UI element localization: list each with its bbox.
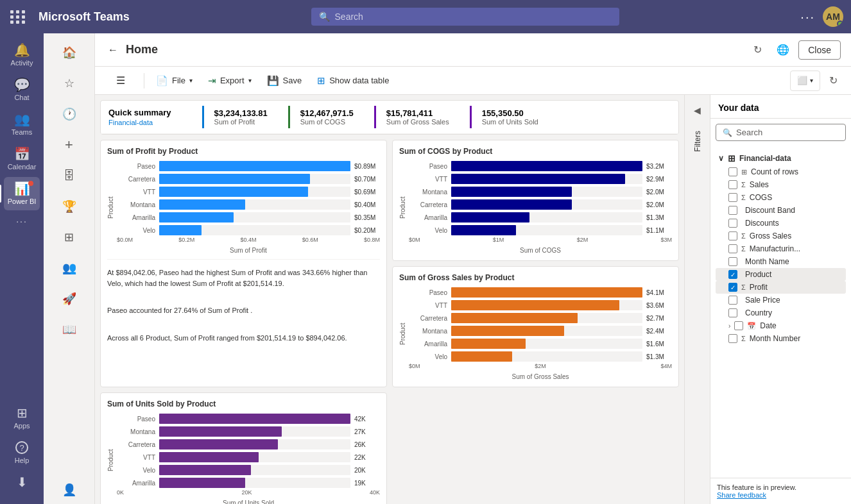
field-checkbox[interactable]: [728, 193, 737, 202]
sub-nav-grid[interactable]: ⊞: [51, 223, 87, 251]
data-search-input[interactable]: [736, 128, 844, 137]
bar-row: Amarilla$1.6M: [409, 339, 672, 349]
field-profit[interactable]: ✓ Σ Profit: [716, 281, 846, 294]
powerbi-icon: 📊: [14, 182, 30, 195]
filter-toggle-button[interactable]: ◀: [687, 100, 708, 121]
sidebar-item-help[interactable]: ? Help: [4, 436, 40, 469]
field-sales[interactable]: Σ Sales: [716, 178, 846, 191]
field-manufacturing[interactable]: Σ Manufacturin...: [716, 242, 846, 255]
bar-row: VTT$2.9M: [409, 174, 672, 184]
sidebar-item-download[interactable]: ⬇: [4, 471, 40, 494]
bar-row: VTT22K: [117, 452, 380, 462]
field-month-number[interactable]: Σ Month Number: [716, 332, 846, 345]
sub-nav-rocket[interactable]: 🚀: [51, 285, 87, 313]
bar-row: Paseo$4.1M: [409, 287, 672, 298]
back-button[interactable]: ←: [105, 42, 121, 58]
field-cogs[interactable]: Σ COGS: [716, 191, 846, 204]
notification-dot: [28, 181, 33, 186]
close-button[interactable]: Close: [798, 40, 841, 60]
save-button[interactable]: 💾 Save: [261, 71, 309, 91]
field-checkbox-checked[interactable]: ✓: [728, 283, 737, 292]
grid-icon[interactable]: [8, 8, 28, 26]
toolbar-refresh[interactable]: ↻: [823, 71, 843, 91]
field-country[interactable]: Country: [716, 307, 846, 319]
sidebar-item-activity[interactable]: 🔔 Activity: [4, 38, 40, 72]
field-checkbox[interactable]: [734, 321, 743, 330]
expand-arrow: ›: [728, 323, 730, 330]
field-checkbox[interactable]: [728, 231, 737, 240]
sub-nav-add[interactable]: +: [51, 131, 87, 159]
sidebar-item-apps[interactable]: ⊞ Apps: [4, 401, 40, 435]
cogs-x-label: Sum of COGS: [409, 247, 672, 254]
field-product[interactable]: ✓ Product: [716, 268, 846, 281]
sidebar-item-more[interactable]: ···: [4, 212, 40, 231]
report-panel: Quick summary Financial-data $3,234,133.…: [95, 95, 684, 504]
sub-nav-book[interactable]: 📖: [51, 315, 87, 344]
field-discounts[interactable]: Discounts: [716, 217, 846, 230]
view-icon: ⬜: [797, 76, 807, 85]
avatar[interactable]: AM: [823, 6, 843, 27]
data-panel-search[interactable]: 🔍: [716, 124, 846, 141]
left-sidebar: 🔔 Activity 💬 Chat 👥 Teams 📅 Calendar 📊 P…: [0, 33, 44, 504]
quick-summary-header: Quick summary Financial-data $3,234,133.…: [101, 101, 678, 134]
sub-nav-trophy[interactable]: 🏆: [51, 192, 87, 221]
financial-data-header[interactable]: ∨ ⊞ Financial-data: [716, 151, 846, 165]
teams-icon: 👥: [14, 113, 30, 126]
field-checkbox[interactable]: [728, 257, 737, 266]
field-month-name[interactable]: Month Name: [716, 255, 846, 268]
sub-nav-recent[interactable]: 🕐: [51, 100, 87, 128]
field-checkbox[interactable]: [728, 308, 737, 317]
field-checkbox[interactable]: [728, 296, 737, 305]
sidebar-item-calendar[interactable]: 📅 Calendar: [4, 142, 40, 176]
field-discount-band[interactable]: Discount Band: [716, 204, 846, 217]
field-gross-sales[interactable]: Σ Gross Sales: [716, 230, 846, 242]
bar-row: Velo$1.3M: [409, 351, 672, 362]
field-checkbox[interactable]: [728, 167, 737, 176]
field-checkbox[interactable]: [728, 334, 737, 343]
sidebar-bottom: ⊞ Apps ? Help ⬇: [4, 401, 40, 499]
field-checkbox[interactable]: [728, 244, 737, 253]
search-input[interactable]: [335, 12, 612, 22]
sub-nav-user[interactable]: 👤: [51, 476, 87, 504]
export-button[interactable]: ⇥ Export ▾: [202, 71, 258, 91]
more-options-icon[interactable]: ···: [800, 10, 815, 24]
cogs-x-axis: $0M$1M$2M$3M: [409, 235, 672, 244]
profit-x-axis: $0.0M$0.2M$0.4M$0.6M$0.8M: [117, 235, 380, 244]
bar-row: VTT$0.69M: [117, 187, 380, 197]
summary-line2: Paseo accounted for 27.64% of Sum of Pro…: [107, 303, 380, 319]
sub-nav-home[interactable]: 🏠: [51, 38, 87, 67]
field-checkbox[interactable]: [728, 219, 737, 228]
file-button[interactable]: 📄 File ▾: [150, 71, 199, 91]
global-search[interactable]: 🔍: [311, 8, 619, 26]
feedback-link[interactable]: Share feedback: [717, 491, 766, 499]
view-chevron: ▾: [810, 77, 813, 84]
sidebar-item-powerbi[interactable]: 📊 Power BI: [4, 177, 40, 210]
bar-row: Carretera$2.0M: [409, 199, 672, 210]
expand-icon: ∨: [718, 154, 724, 163]
view-button[interactable]: ⬜ ▾: [790, 71, 820, 91]
summary-text-area: At $894,042.06, Paseo had the highest Su…: [107, 259, 380, 346]
field-date[interactable]: › 📅 Date: [716, 319, 846, 332]
refresh-button[interactable]: ↻: [747, 40, 768, 60]
sub-nav-database[interactable]: 🗄: [51, 162, 87, 190]
sigma-icon: Σ: [741, 181, 746, 189]
field-sale-price[interactable]: Sale Price: [716, 294, 846, 307]
sub-nav-users[interactable]: 👥: [51, 254, 87, 282]
header-bar: ← Home ↻ 🌐 Close: [95, 33, 851, 67]
sub-nav-favorites[interactable]: ☆: [51, 69, 87, 97]
field-checkbox[interactable]: [728, 180, 737, 189]
field-checkbox[interactable]: [728, 206, 737, 215]
globe-button[interactable]: 🌐: [773, 40, 793, 60]
summary-line3: Across all 6 Product, Sum of Profit rang…: [107, 330, 380, 346]
sidebar-item-chat[interactable]: 💬 Chat: [4, 73, 40, 106]
field-count-of-rows[interactable]: ⊞ Count of rows: [716, 165, 846, 178]
menu-toggle[interactable]: ☰: [103, 67, 139, 95]
field-checkbox-checked[interactable]: ✓: [728, 270, 737, 279]
search-icon: 🔍: [319, 12, 330, 22]
sidebar-item-teams[interactable]: 👥 Teams: [4, 108, 40, 141]
show-data-table-button[interactable]: ⊞ Show data table: [311, 71, 395, 91]
gross-sales-chart-title: Sum of Gross Sales by Product: [399, 273, 672, 282]
dashboard-body: Quick summary Financial-data $3,234,133.…: [95, 95, 851, 504]
toolbar-right: ⬜ ▾ ↻: [790, 71, 843, 91]
profit-chart-content: Product Paseo$0.89MCarretera$0.70MVTT$0.…: [107, 161, 380, 254]
